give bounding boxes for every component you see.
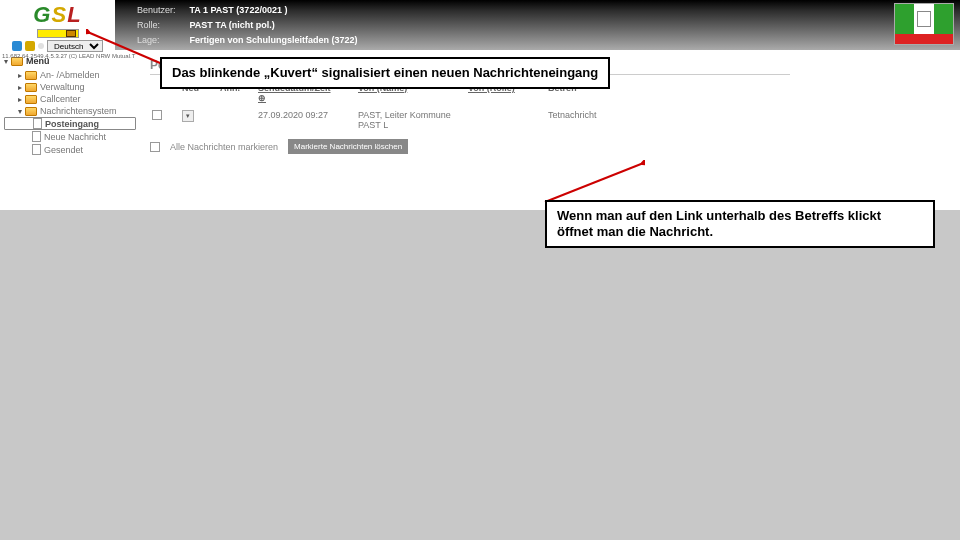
row-neu-cell: ▾	[180, 107, 218, 133]
row-datum-cell: 27.09.2020 09:27	[256, 107, 356, 133]
mark-all-label: Alle Nachrichten markieren	[170, 142, 278, 152]
tool-icon-2[interactable]	[25, 41, 35, 51]
value-benutzer: TA 1 PAST (3722/0021 )	[190, 4, 370, 17]
session-info: Benutzer: TA 1 PAST (3722/0021 ) Rolle: …	[135, 2, 372, 49]
row-von-rolle-cell	[466, 107, 546, 133]
header-toolbar: Deutsch	[12, 40, 103, 52]
app-header: GSL Deutsch 11.682.64.2549.4.5.3.27 (C) …	[0, 0, 960, 50]
row-betreff-cell[interactable]: Tetnachricht	[546, 107, 656, 133]
folder-icon	[25, 107, 37, 116]
sidebar-item-label: An- /Abmelden	[40, 70, 100, 80]
sidebar-sub-gesendet[interactable]: Gesendet	[4, 143, 136, 156]
sidebar-item-label: Neue Nachricht	[44, 132, 106, 142]
sort-indicator-icon: ⊕	[258, 93, 266, 103]
sidebar-item-label: Callcenter	[40, 94, 81, 104]
label-benutzer: Benutzer:	[137, 4, 188, 17]
language-select[interactable]: Deutsch	[47, 40, 103, 52]
neu-dropdown[interactable]: ▾	[182, 110, 194, 122]
page-icon	[32, 131, 41, 142]
sidebar-item-label: Verwaltung	[40, 82, 85, 92]
sidebar-item-anmelden[interactable]: ▸ An- /Abmelden	[4, 69, 136, 81]
betreff-link-rest: tnachricht	[558, 110, 597, 120]
row-anh-cell	[218, 107, 256, 133]
expand-icon: ▸	[18, 83, 22, 92]
value-lage: Fertigen von Schulungsleitfaden (3722)	[190, 34, 370, 47]
tool-icon-1[interactable]	[12, 41, 22, 51]
logo-letter-s: S	[51, 2, 67, 27]
sidebar-sub-neue-nachricht[interactable]: Neue Nachricht	[4, 130, 136, 143]
label-lage: Lage:	[137, 34, 188, 47]
folder-icon	[25, 71, 37, 80]
state-crest	[894, 3, 954, 45]
row-von-name-cell: PAST, Leiter Kommune PAST L	[356, 107, 466, 133]
callout2-line1: Wenn man auf den Link unterhalb des Betr…	[557, 208, 923, 224]
logo-letter-g: G	[33, 2, 51, 27]
app-logo: GSL	[33, 2, 81, 28]
folder-icon	[25, 95, 37, 104]
expand-icon: ▸	[18, 95, 22, 104]
row-checkbox[interactable]	[152, 110, 162, 120]
logo-letter-l: L	[67, 2, 81, 27]
mark-all-checkbox[interactable]	[150, 142, 160, 152]
annotation-callout-1: Das blinkende „Kuvert“ signalisiert eine…	[160, 57, 610, 89]
version-label: 11.682.64.2549.4.5.3.27 (C) LEAD NRW Mut…	[2, 53, 135, 59]
table-footer: Alle Nachrichten markieren Markierte Nac…	[150, 139, 950, 154]
folder-icon	[25, 83, 37, 92]
sidebar-item-callcenter[interactable]: ▸ Callcenter	[4, 93, 136, 105]
new-mail-envelope-button[interactable]	[37, 29, 79, 38]
row-checkbox-cell	[150, 107, 180, 133]
expand-icon: ▾	[18, 107, 22, 116]
betreff-link-prefix: Te	[548, 110, 558, 120]
callout2-line2: öffnet man die Nachricht.	[557, 224, 923, 240]
sidebar: ▾ Menü ▸ An- /Abmelden ▸ Verwaltung ▸ Ca…	[0, 50, 140, 210]
sidebar-item-label: Posteingang	[45, 119, 99, 129]
sidebar-item-label: Gesendet	[44, 145, 83, 155]
shield-icon	[917, 11, 931, 27]
sidebar-item-label: Nachrichtensystem	[40, 106, 117, 116]
page-icon	[33, 118, 42, 129]
annotation-callout-2: Wenn man auf den Link unterhalb des Betr…	[545, 200, 935, 248]
label-rolle: Rolle:	[137, 19, 188, 32]
value-rolle: PAST TA (nicht pol.)	[190, 19, 370, 32]
page-icon	[32, 144, 41, 155]
logo-area: GSL Deutsch 11.682.64.2549.4.5.3.27 (C) …	[0, 0, 115, 50]
delete-marked-button[interactable]: Markierte Nachrichten löschen	[288, 139, 408, 154]
sidebar-item-verwaltung[interactable]: ▸ Verwaltung	[4, 81, 136, 93]
envelope-icon	[66, 30, 76, 37]
expand-icon: ▸	[18, 71, 22, 80]
sidebar-item-nachrichten[interactable]: ▾ Nachrichtensystem	[4, 105, 136, 117]
sidebar-sub-posteingang[interactable]: Posteingang	[4, 117, 136, 130]
tool-icon-3[interactable]	[38, 43, 44, 49]
